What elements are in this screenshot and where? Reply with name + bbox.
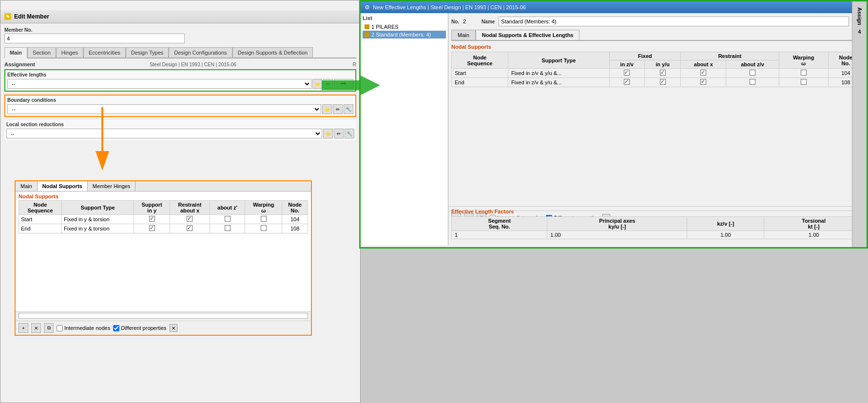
nel-item-icon-2 [365,32,369,37]
footer-btn-1[interactable]: + [19,323,28,333]
nel-col-restraint: Restraint [681,52,779,60]
col-support-type: Support Type [62,201,134,215]
bottom-tab-main[interactable]: Main [16,181,38,191]
local-section-row: -- ⭐ ✏ 🔧 [6,129,354,138]
nel-cb-rzv-2[interactable] [750,79,755,85]
nel-type-2: Fixed in z/v & y/u &... [508,78,609,87]
nel-tabs-bar: Main Nodal Supports & Effective Lengths [451,30,864,41]
cell-sup-y-1 [134,215,170,224]
nel-list-item-2[interactable]: 2 Standard (Members: 4) [363,31,446,38]
bottom-tab-nodal-supports[interactable]: Nodal Supports [38,181,88,191]
table-row: End Fixed in y & torsion 108 [19,224,308,233]
ls-btn-1[interactable]: ⭐ [323,129,333,138]
nel-eff-seq-1: 1 [452,231,547,239]
nel-eff-kyu-1: 1.00 [547,231,687,239]
nel-cb-fzv-2[interactable] [624,79,630,85]
col-restraint-z: about z' [210,201,245,215]
nel-type-1: Fixed in z/v & y/u &... [508,69,609,78]
different-properties-checkbox[interactable] [113,325,119,331]
nel-item-icon-1 [365,24,369,29]
nel-eff-row-1: 1 1.00 1.00 1.00 [452,231,864,239]
tab-eccentricities[interactable]: Eccentricities [83,47,126,58]
cell-sup-y-2 [134,224,170,233]
effective-lengths-section: Effective lengths -- ⭐ ✏ ⮕ [4,69,356,92]
tab-main[interactable]: Main [4,47,27,58]
member-no-label: Member No. [4,27,356,33]
intermediate-nodes-text: Intermediate nodes [64,325,110,331]
nel-fyu-1 [644,69,680,78]
effective-lengths-row: -- ⭐ ✏ ⮕ [7,79,353,89]
col-node-seq: NodeSequence [19,201,62,215]
checkbox-sup-y-1[interactable] [149,216,155,222]
tab-design-supports[interactable]: Design Supports & Deflection [232,47,313,58]
nel-cb-warp-1[interactable] [801,70,807,76]
nel-table-row-2: End Fixed in z/v & y/u &... 108 [452,78,864,87]
assignment-label: Assignment [4,61,35,67]
nel-cb-warp-2[interactable] [801,79,807,85]
nel-tab-nodal[interactable]: Nodal Supports & Effective Lengths [476,30,580,40]
nel-cb-rzv-1[interactable] [750,70,755,76]
nel-col-zv: in z/v [609,60,644,69]
nel-warp-2 [779,78,828,87]
boundary-conditions-select[interactable]: -- [7,104,321,114]
orange-arrow-svg [83,107,122,175]
nel-title: New Effective Lengths | Steel Design | E… [373,4,526,10]
footer-btn-3[interactable]: ⧉ [44,323,54,333]
footer-btn-2[interactable]: ✕ [31,323,41,333]
bottom-panel-close[interactable]: ✕ [170,324,177,332]
member-no-input[interactable] [4,34,185,43]
assign-button[interactable]: Assign [855,5,865,27]
checkbox-rest-x-1[interactable] [187,216,193,222]
col-restraint-x: Restraintabout x [170,201,210,215]
bottom-scrollbar-container [16,311,311,321]
tab-hinges[interactable]: Hinges [56,47,83,58]
local-section-select[interactable]: -- [6,129,322,138]
nel-cb-rx-1[interactable] [700,70,706,76]
nel-cb-rx-2[interactable] [700,79,706,85]
bc-btn-3[interactable]: 🔧 [344,104,353,114]
intermediate-nodes-label: Intermediate nodes [57,325,110,331]
nel-name-input[interactable] [499,17,849,26]
boundary-conditions-row: -- ⭐ ✏ 🔧 [7,104,353,114]
tab-design-types[interactable]: Design Types [126,47,169,58]
ls-btn-3[interactable]: 🔧 [345,129,354,138]
nel-eff-table: SegmentSeq. No. Principal axesky/u [-] k… [451,216,864,239]
nel-eff-kt-1: 1.00 [764,231,864,239]
bc-btn-1[interactable]: ⭐ [322,104,332,114]
nel-item-label-2: 2 Standard (Members: 4) [371,32,431,38]
ls-btn-2[interactable]: ✏ [334,129,344,138]
bottom-scrollbar[interactable] [19,313,308,319]
nel-list-item-1[interactable]: 1 PILARES [363,23,446,31]
tab-design-config[interactable]: Design Configurations [169,47,232,58]
cell-warp-2 [245,224,282,233]
cell-rest-x-1 [170,215,210,224]
nel-cb-fyu-2[interactable] [660,79,666,85]
cell-support-type-2: Fixed in y & torsion [62,224,134,233]
main-tabs-bar: Main Section Hinges Eccentricities Desig… [4,47,356,58]
nel-cb-fzv-1[interactable] [624,70,630,76]
nel-fzv-2 [609,78,644,87]
checkbox-sup-y-2[interactable] [149,225,155,231]
boundary-conditions-title: Boundary conditions [7,97,353,103]
nel-no-value: 2 [463,19,478,24]
intermediate-nodes-checkbox[interactable] [57,325,63,331]
checkbox-rest-z-2[interactable] [225,225,231,231]
assignment-info: Steel Design | EN 1993 | CEN | 2015-06 [150,62,236,67]
tab-section[interactable]: Section [27,47,56,58]
bottom-panel-tabs: Main Nodal Supports Member Hinges [16,181,311,192]
nel-col-abzv: about z/v [726,60,779,69]
effective-lengths-select[interactable]: -- [7,79,311,89]
checkbox-warp-1[interactable] [261,216,267,222]
nel-col-yu: in y/u [644,60,680,69]
nel-col-fixed: Fixed [609,52,681,60]
bc-btn-2[interactable]: ✏ [333,104,343,114]
nel-fzv-1 [609,69,644,78]
checkbox-warp-2[interactable] [261,225,267,231]
checkbox-rest-z-1[interactable] [225,216,231,222]
eff-btn-1[interactable]: ⭐ [312,79,322,89]
nel-table-row-1: Start Fixed in z/v & y/u &... 104 [452,69,864,78]
checkbox-rest-x-2[interactable] [187,225,193,231]
nel-tab-main[interactable]: Main [451,30,476,40]
bottom-tab-member-hinges[interactable]: Member Hinges [88,181,136,191]
nel-cb-fyu-1[interactable] [660,70,666,76]
